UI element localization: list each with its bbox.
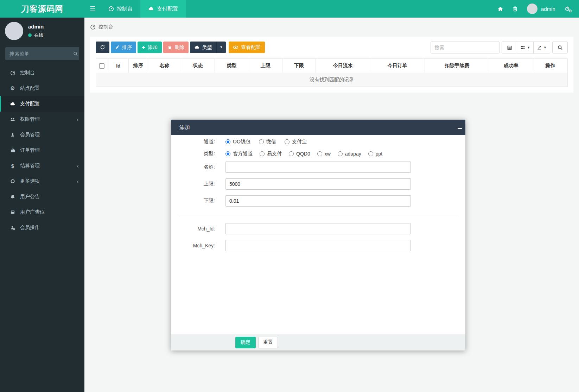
sort-button[interactable]: 排序 <box>111 42 136 53</box>
lower-limit-label: 下限: <box>171 198 215 204</box>
sidebar-item-label: 权限管理 <box>20 116 40 122</box>
sidebar-item-label: 更多选项 <box>20 178 40 184</box>
radio-option-qqd0[interactable]: QQD0 <box>289 151 310 157</box>
cogs-icon[interactable]: ⚙⚙ <box>565 6 570 12</box>
column-type[interactable]: 类型 <box>215 59 249 73</box>
add-button[interactable]: + 添加 <box>138 42 162 53</box>
type-button[interactable]: 类型 <box>190 42 216 53</box>
column-today-flow[interactable]: 今日流水 <box>316 59 370 73</box>
column-name[interactable]: 名称 <box>148 59 181 73</box>
tab-payment-config[interactable]: 支付配置 <box>140 0 186 18</box>
modal-header[interactable]: 添加 <box>171 120 465 135</box>
empty-state-text: 没有找到匹配的记录 <box>96 73 568 87</box>
mch-key-field-row: Mch_Key: <box>171 240 465 251</box>
radio-label: 易支付 <box>267 151 282 157</box>
name-input[interactable] <box>225 162 411 173</box>
table-header-row: Id 排序 名称 状态 类型 上限 下限 今日流水 今日订单 扣除手续费 成功率… <box>96 59 568 73</box>
sidebar-item-permissions[interactable]: 权限管理 ‹ <box>0 112 84 127</box>
mch-id-input[interactable] <box>225 223 411 234</box>
search-icon[interactable] <box>73 51 78 56</box>
sidebar-item-orders[interactable]: 订单管理 <box>0 143 84 158</box>
detail-view-button[interactable] <box>502 42 517 53</box>
upper-limit-input[interactable] <box>225 178 411 190</box>
refresh-button[interactable] <box>96 42 109 53</box>
sort-button-label: 排序 <box>122 44 132 51</box>
add-modal: 添加 通道: QQ钱包 微信 支付宝 类型: <box>171 120 465 350</box>
sidebar-item-more-options[interactable]: 更多选项 ‹ <box>0 173 84 189</box>
view-config-button[interactable]: 查看配置 <box>229 42 265 53</box>
channel-label: 通道: <box>171 139 215 145</box>
plus-icon: + <box>142 44 145 50</box>
top-navbar: 刀客源码网 ☰ 控制台 支付配置 admin ⚙⚙ <box>0 0 579 18</box>
column-status[interactable]: 状态 <box>181 59 215 73</box>
dashboard-icon <box>108 6 114 12</box>
trash-icon <box>167 45 172 50</box>
tab-dashboard[interactable]: 控制台 <box>101 0 140 18</box>
radio-option-official[interactable]: 官方通道 <box>225 151 253 157</box>
reset-button[interactable]: 重置 <box>258 337 278 348</box>
type-field-row: 类型: 官方通道 易支付 QQD0 xw <box>171 151 465 157</box>
type-label: 类型: <box>171 151 215 157</box>
mch-key-label: Mch_Key: <box>171 243 215 248</box>
column-success-rate[interactable]: 成功率 <box>489 59 533 73</box>
lower-limit-input[interactable] <box>225 195 411 207</box>
radio-unchecked-icon <box>289 151 294 156</box>
radio-option-qq-wallet[interactable]: QQ钱包 <box>225 139 250 145</box>
column-id[interactable]: Id <box>108 59 128 73</box>
sidebar-item-site-config[interactable]: ⚙ 站点配置 <box>0 81 84 96</box>
radio-option-yipay[interactable]: 易支付 <box>260 151 282 157</box>
sidebar-user-name: admin <box>28 24 44 30</box>
navbar-tabs: 控制台 支付配置 <box>101 0 186 18</box>
menu-toggle-button[interactable]: ☰ <box>84 0 101 18</box>
sidebar-item-members[interactable]: 会员管理 <box>0 127 84 143</box>
table-view-controls: ▼ ▼ <box>502 42 550 53</box>
column-sort[interactable]: 排序 <box>128 59 148 73</box>
column-operations[interactable]: 操作 <box>533 59 567 73</box>
toolbar-right: ▼ ▼ <box>431 42 568 53</box>
radio-option-adapay[interactable]: adapay <box>338 151 361 157</box>
mch-key-input[interactable] <box>225 240 411 251</box>
sidebar-item-member-actions[interactable]: 会员操作 <box>0 220 84 235</box>
navbar-right: admin ⚙⚙ <box>497 0 579 18</box>
home-icon[interactable] <box>497 6 503 12</box>
radio-option-ppt[interactable]: ppt <box>368 151 382 157</box>
sidebar-item-dashboard[interactable]: 控制台 <box>0 65 84 81</box>
trash-icon[interactable] <box>513 6 518 12</box>
export-button[interactable]: ▼ <box>534 42 550 53</box>
column-upper-limit[interactable]: 上限 <box>249 59 282 73</box>
sidebar-search-input[interactable] <box>9 51 73 57</box>
sidebar-search <box>5 47 79 60</box>
table-search-input[interactable] <box>431 42 500 53</box>
sidebar-item-label: 会员操作 <box>20 225 40 231</box>
hamburger-icon: ☰ <box>89 5 95 13</box>
sidebar-item-label: 结算管理 <box>20 163 40 169</box>
sidebar-item-announcements[interactable]: 用户公告 <box>0 189 84 204</box>
radio-option-alipay[interactable]: 支付宝 <box>285 139 307 145</box>
chevron-left-icon: ‹ <box>77 163 79 169</box>
table-card: 排序 + 添加 删除 类型 ▼ 查看配置 <box>90 37 573 93</box>
select-all-checkbox[interactable] <box>99 63 104 69</box>
column-today-orders[interactable]: 今日订单 <box>370 59 425 73</box>
delete-button-label: 删除 <box>174 44 184 51</box>
view-config-button-label: 查看配置 <box>241 44 261 51</box>
column-fee-deduction[interactable]: 扣除手续费 <box>425 59 489 73</box>
sidebar-item-settlement[interactable]: $ 结算管理 ‹ <box>0 158 84 173</box>
sidebar-item-ad-slots[interactable]: 用户广告位 <box>0 204 84 220</box>
type-dropdown-toggle[interactable]: ▼ <box>216 42 226 53</box>
search-button[interactable] <box>552 42 568 53</box>
caret-down-icon: ▼ <box>527 46 530 49</box>
cloud-icon <box>148 6 154 12</box>
caret-down-icon: ▼ <box>543 46 547 49</box>
sidebar-item-payment-config[interactable]: 支付配置 <box>0 96 84 112</box>
radio-option-wechat[interactable]: 微信 <box>259 139 276 145</box>
delete-button[interactable]: 删除 <box>163 42 189 53</box>
radio-label: 支付宝 <box>292 139 307 145</box>
sidebar-item-label: 控制台 <box>20 70 35 76</box>
radio-option-xw[interactable]: xw <box>317 151 331 157</box>
type-split-button: 类型 ▼ <box>190 42 226 53</box>
confirm-button[interactable]: 确定 <box>235 337 256 348</box>
minimize-icon[interactable] <box>458 128 462 129</box>
column-lower-limit[interactable]: 下限 <box>282 59 316 73</box>
user-menu[interactable]: admin <box>527 4 555 14</box>
columns-button[interactable]: ▼ <box>517 42 534 53</box>
